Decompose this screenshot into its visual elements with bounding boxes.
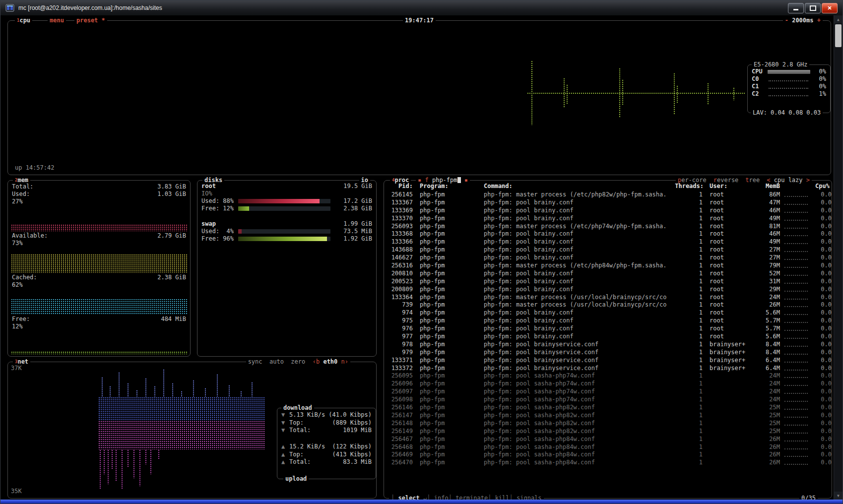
process-row[interactable]: 200809php-fpmphp-fpm: pool brainy.conf1r…: [390, 286, 832, 294]
process-row[interactable]: 256316php-fpmphp-fpm: master process (/e…: [390, 262, 832, 270]
process-row[interactable]: 978php-fpmphp-fpm: pool brainyservice.co…: [390, 341, 832, 349]
proc-cell-command: php-fpm: pool sasha-php84w.conf: [484, 443, 695, 451]
process-row[interactable]: 256095php-fpmphp-fpm: pool sasha-php74w.…: [390, 372, 832, 380]
process-row[interactable]: 256146php-fpmphp-fpm: pool sasha-php82w.…: [390, 404, 832, 412]
process-row[interactable]: 256149php-fpmphp-fpm: pool sasha-php82w.…: [390, 428, 832, 436]
process-row[interactable]: 146627php-fpmphp-fpm: pool brainy.conf1r…: [390, 254, 832, 262]
col-user[interactable]: User:: [710, 183, 727, 190]
proc-cell-program: php-fpm: [413, 428, 484, 436]
menu-button[interactable]: menu: [48, 17, 66, 24]
proc-cell-command: php-fpm: pool brainyservice.conf: [484, 341, 695, 349]
process-row[interactable]: 256093php-fpmphp-fpm: master process (/e…: [390, 223, 832, 231]
process-row[interactable]: 739php-fpmphp-fpm: master process (/usr/…: [390, 301, 832, 309]
scrollbar[interactable]: ▲ ▼: [834, 15, 843, 500]
scroll-up-button[interactable]: ▲: [834, 15, 843, 23]
col-mem[interactable]: MemB: [737, 183, 780, 190]
preset-button[interactable]: preset *: [74, 17, 107, 24]
process-row[interactable]: 256147php-fpmphp-fpm: pool sasha-php82w.…: [390, 412, 832, 420]
scrollbar-thumb[interactable]: [835, 24, 842, 47]
proc-cell-cpu: 0.0: [810, 380, 832, 388]
process-row[interactable]: 256470php-fpmphp-fpm: pool sasha-php84w.…: [390, 459, 832, 467]
process-row[interactable]: 133368php-fpmphp-fpm: pool brainy.conf1r…: [390, 230, 832, 238]
process-row[interactable]: 200523php-fpmphp-fpm: pool brainy.conf1r…: [390, 278, 832, 286]
process-row[interactable]: 256097php-fpmphp-fpm: pool sasha-php74w.…: [390, 388, 832, 396]
process-row[interactable]: 133370php-fpmphp-fpm: pool brainy.conf1r…: [390, 215, 832, 223]
process-row[interactable]: 975php-fpmphp-fpm: pool brainy.conf1root…: [390, 317, 832, 325]
proc-cell-threads: 1: [695, 191, 703, 199]
net-stat-value: (122 Kibps): [325, 443, 372, 450]
process-row[interactable]: 143688php-fpmphp-fpm: pool brainy.conf1r…: [390, 246, 832, 254]
scroll-down-button[interactable]: ▼: [834, 492, 843, 500]
net-stat-row: ▼Total:1019 MiB: [277, 427, 376, 435]
proc-cell-cpu: 0.0: [810, 428, 832, 436]
proc-cell-user: root: [703, 238, 752, 246]
net-next-iface-button[interactable]: n›: [341, 358, 348, 365]
process-row[interactable]: 256469php-fpmphp-fpm: pool sasha-php84w.…: [390, 451, 832, 459]
proc-cell-pid: 739: [390, 301, 413, 309]
proc-cell-threads: 1: [695, 459, 703, 467]
process-row[interactable]: 133364php-fpmphp-fpm: master process (/u…: [390, 294, 832, 302]
minimize-button[interactable]: [788, 3, 804, 13]
process-row[interactable]: 256148php-fpmphp-fpm: pool sasha-php82w.…: [390, 420, 832, 428]
net-prev-iface-button[interactable]: ‹b: [313, 358, 320, 365]
close-button[interactable]: ✕: [822, 3, 838, 13]
process-row[interactable]: 133371php-fpmphp-fpm: pool brainyservice…: [390, 357, 832, 365]
proc-cell-mem: 27M: [752, 254, 780, 262]
col-cpu[interactable]: Cpu%: [797, 183, 830, 190]
process-row[interactable]: 256098php-fpmphp-fpm: pool sasha-php74w.…: [390, 396, 832, 404]
proc-cell-user: root: [703, 223, 752, 231]
mem-cached-value: 2.38 GiB: [157, 274, 186, 281]
proc-mem-sparkline: [780, 223, 810, 231]
process-row[interactable]: 256467php-fpmphp-fpm: pool sasha-php84w.…: [390, 436, 832, 443]
cpu-info-label: CPU: [752, 68, 768, 75]
maximize-button[interactable]: [805, 3, 821, 13]
proc-cell-user: brainyser+: [703, 365, 752, 373]
col-threads[interactable]: Threads:: [638, 183, 704, 190]
net-sync-toggle[interactable]: sync: [248, 358, 262, 365]
interval-decrease-button[interactable]: -: [785, 17, 788, 24]
col-command[interactable]: Command:: [484, 183, 513, 190]
proc-cell-program: php-fpm: [413, 365, 484, 373]
col-program[interactable]: Program:: [420, 183, 449, 190]
net-stats-box: download ▼5.13 KiB/s(41.0 Kibps)▼Top:(88…: [277, 408, 376, 479]
col-pid[interactable]: Pid:: [390, 183, 413, 190]
process-row[interactable]: 133372php-fpmphp-fpm: pool brainyservice…: [390, 365, 832, 373]
interval-increase-button[interactable]: +: [817, 17, 821, 24]
disk-root-used-label: Used: 88%: [201, 197, 238, 205]
process-row[interactable]: 976php-fpmphp-fpm: pool brainy.conf1root…: [390, 325, 832, 333]
proc-cell-command: php-fpm: pool brainy.conf: [484, 230, 695, 238]
window-titlebar[interactable]: mc [root@a202.itdeveloper.com.ua]:/home/…: [0, 0, 843, 16]
proc-cell-mem: 26M: [752, 436, 780, 443]
process-row[interactable]: 256096php-fpmphp-fpm: pool sasha-php74w.…: [390, 380, 832, 388]
process-row[interactable]: 133367php-fpmphp-fpm: pool brainy.conf1r…: [390, 199, 832, 207]
proc-cell-threads: 1: [695, 365, 703, 373]
proc-cell-mem: 31M: [752, 278, 780, 286]
proc-cell-user: [703, 372, 752, 380]
net-auto-toggle[interactable]: auto: [269, 358, 284, 365]
process-row[interactable]: 256468php-fpmphp-fpm: pool sasha-php84w.…: [390, 443, 832, 451]
proc-cell-mem: 8.4M: [752, 341, 780, 349]
proc-cell-command: php-fpm: pool brainy.conf: [484, 238, 695, 246]
process-row[interactable]: 256145php-fpmphp-fpm: master process (/e…: [390, 191, 832, 199]
proc-cell-program: php-fpm: [413, 246, 484, 254]
proc-cell-threads: 1: [695, 294, 703, 302]
proc-cell-cpu: 0.0: [810, 301, 832, 309]
mem-available-graph: [11, 247, 187, 273]
net-zero-toggle[interactable]: zero: [291, 358, 305, 365]
disk-root-io-row: IO%: [201, 190, 372, 197]
upload-arrow-icon: ▲: [281, 451, 289, 458]
proc-cell-threads: 1: [695, 207, 703, 215]
process-row[interactable]: 979php-fpmphp-fpm: pool brainyservice.co…: [390, 349, 832, 357]
process-row[interactable]: 133366php-fpmphp-fpm: pool brainy.conf1r…: [390, 238, 832, 246]
proc-mem-sparkline: [780, 309, 810, 317]
disk-root-used-value: 17.2 GiB: [330, 197, 372, 205]
disk-swap-row: swap 1.99 GiB: [201, 220, 372, 228]
process-row[interactable]: 200810php-fpmphp-fpm: pool brainy.conf1r…: [390, 270, 832, 278]
process-row[interactable]: 977php-fpmphp-fpm: pool brainy.conf1root…: [390, 333, 832, 341]
process-row[interactable]: 133369php-fpmphp-fpm: pool brainy.conf1r…: [390, 207, 832, 215]
mem-used-label: Used:: [12, 190, 30, 198]
disk-root-io-pct: IO%: [201, 190, 212, 197]
mem-free-value: 484 MiB: [161, 315, 186, 323]
proc-cell-program: php-fpm: [413, 412, 484, 420]
process-row[interactable]: 974php-fpmphp-fpm: pool brainy.conf1root…: [390, 309, 832, 317]
